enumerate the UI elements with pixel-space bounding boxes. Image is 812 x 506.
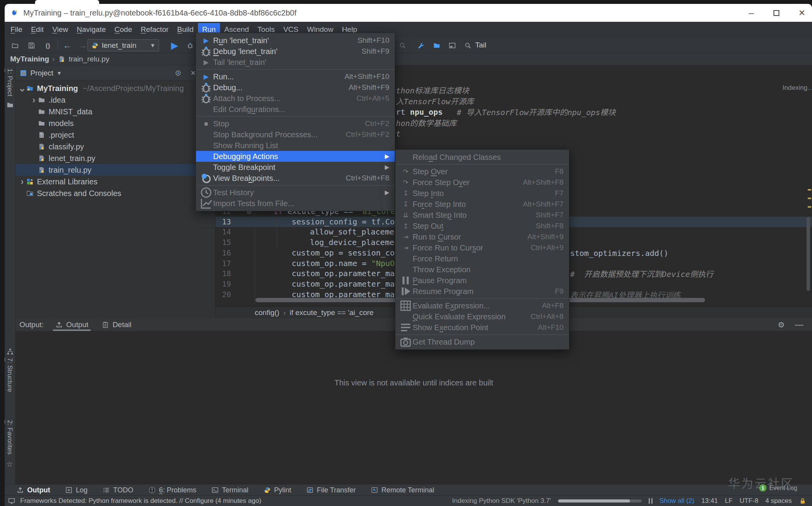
structure-icon[interactable] (6, 348, 14, 355)
tree-item-models[interactable]: models (16, 117, 215, 129)
sidebar-item-structure[interactable]: 7: Structure (6, 358, 14, 392)
gutter-line-number[interactable]: 14 (215, 228, 231, 236)
tab-detail[interactable]: Detail (102, 318, 131, 331)
project-panel-title[interactable]: Project (30, 69, 53, 77)
event-log-widget[interactable]: 1 Event Log (759, 484, 797, 492)
editor-overlay-line-3[interactable]: rt npu_ops # 导入TensorFlow开源库中的npu_ops模块 (396, 107, 616, 117)
hide-panel-icon[interactable]: — (795, 320, 803, 329)
toolwindow-button-output[interactable]: Output (16, 486, 50, 494)
title-bar[interactable]: MyTraining – train_relu.py@notebook-f616… (5, 4, 812, 22)
step-over-icon: ↷ (399, 168, 412, 175)
editor-overlay-line-1[interactable]: thon标准库日志模块 (396, 85, 469, 95)
lock-icon[interactable] (799, 497, 807, 505)
gutter-line-number[interactable]: 18 (215, 269, 231, 278)
gutter-line-number[interactable]: 16 (215, 249, 231, 257)
gutter-line-number[interactable]: 15 (215, 238, 231, 247)
editor-right-line-1[interactable]: stom_optimizers.add() (570, 248, 668, 258)
menu-item-view-breakpoints[interactable]: View Breakpoints...Ctrl+Shift+F8 (196, 173, 395, 184)
sync-icon[interactable]: () (43, 40, 53, 51)
tree-item-classify-py[interactable]: classify.py (16, 141, 215, 152)
pause-indexing-icon[interactable] (649, 498, 653, 504)
menu-item-run-lenet-train[interactable]: ▶Run 'lenet_train'Shift+F10 (196, 35, 395, 46)
open-folder-icon[interactable] (10, 40, 20, 51)
clock-widget[interactable]: 13:41 (701, 497, 718, 505)
breadcrumb-project[interactable]: MyTraining (10, 55, 49, 63)
chevron-down-icon[interactable]: ▼ (56, 70, 62, 76)
indent-widget[interactable]: 4 spaces (765, 497, 792, 505)
toolwindow-button-todo[interactable]: TODO (102, 486, 133, 494)
status-message[interactable]: Frameworks Detected: Python framework is… (20, 497, 261, 505)
menubar-item-file[interactable]: File (6, 23, 27, 36)
folder-icon[interactable] (6, 101, 14, 109)
editor-overlay-line-2[interactable]: 入TensorFlow开源库 (396, 96, 474, 106)
menubar-item-edit[interactable]: Edit (27, 23, 48, 36)
sidebar-item-favorites[interactable]: 2: Favorites (6, 420, 14, 455)
toolwindow-button-6-problems[interactable]: 6: Problems (148, 486, 196, 494)
save-icon[interactable] (26, 40, 37, 51)
collapse-all-icon[interactable]: × (191, 69, 196, 77)
tree-item-label: train_relu.py (49, 166, 91, 175)
toolwindow-button-terminal[interactable]: Terminal (211, 486, 248, 494)
menu-item-debugging-actions[interactable]: Debugging Actions▶ (196, 151, 395, 162)
tree-item-idea[interactable]: ›.idea (16, 94, 215, 106)
tree-item-scratches-and-consoles[interactable]: Scratches and Consoles (16, 187, 215, 199)
toolwindow-button-file-transfer[interactable]: File Transfer (306, 486, 356, 494)
menubar-item-view[interactable]: View (48, 23, 72, 36)
back-icon[interactable]: ← (62, 40, 72, 51)
deploy-folder-icon[interactable] (432, 40, 442, 51)
run-button[interactable]: ▶ (170, 40, 180, 51)
locate-icon[interactable] (174, 69, 182, 77)
tab-output[interactable]: Output (55, 318, 88, 331)
menu-item-label: Get Thread Dump (413, 338, 475, 347)
search-everywhere-icon[interactable] (397, 40, 408, 51)
close-button[interactable]: × (799, 7, 805, 18)
forward-icon[interactable]: → (78, 40, 88, 51)
star-icon[interactable]: ☆ (6, 460, 13, 468)
gear-icon[interactable]: ⚙ (778, 321, 785, 329)
menu-item-debug[interactable]: Debug...Alt+Shift+F9 (196, 82, 395, 93)
toolwindow-button-pylint[interactable]: Pylint (263, 486, 291, 494)
line-separator-widget[interactable]: LF (725, 497, 733, 505)
toolwindow-button-log[interactable]: Log (65, 486, 88, 494)
find-icon[interactable] (463, 40, 473, 51)
breadcrumb-item[interactable]: if excute_type == 'ai_core (290, 308, 374, 317)
tree-item-external-libraries[interactable]: ›External Libraries (16, 176, 215, 187)
run-configuration-select[interactable]: lenet_train ▼ (88, 39, 159, 51)
encoding-widget[interactable]: UTF-8 (740, 497, 758, 505)
editor-overlay-line-4[interactable]: hon的数学基础库 (396, 117, 457, 128)
tree-item-lenet-train-py[interactable]: lenet_train.py (16, 152, 215, 164)
code-segment: custom_op = session_co (292, 248, 395, 257)
menu-item-run[interactable]: ▶Run...Alt+Shift+F10 (196, 71, 395, 82)
vertical-scrollbar[interactable] (807, 217, 810, 291)
tree-item-project[interactable]: .project (16, 129, 215, 141)
menu-item-toggle-breakpoint[interactable]: Toggle Breakpoint▶ (196, 162, 395, 173)
sidebar-item-project[interactable]: 1: Project (6, 68, 14, 96)
tree-item-mytraining[interactable]: ⌄MyTraining~/AscendProjects/MyTraining (16, 82, 215, 94)
menubar-item-navigate[interactable]: Navigate (72, 23, 110, 36)
menu-item-debug-lenet-train[interactable]: Debug 'lenet_train'Shift+F9 (196, 46, 395, 57)
editor-right-line-2[interactable]: # 开启数据预处理下沉到Device侧执行 (570, 268, 713, 279)
gutter-line-number[interactable]: 17 (215, 259, 231, 268)
toolwindow-button-remote-terminal[interactable]: Remote Terminal (371, 486, 434, 494)
debug-button[interactable] (185, 40, 195, 51)
breadcrumb-item[interactable]: config() (255, 308, 279, 317)
show-all-link[interactable]: Show all (2) (660, 497, 695, 505)
tree-item-mnist-data[interactable]: MNIST_data (16, 106, 215, 117)
editor-overlay-line-5[interactable]: t (396, 128, 401, 139)
breadcrumb-file[interactable]: train_relu.py (69, 55, 110, 63)
window-frame-icon[interactable] (447, 40, 457, 51)
menubar-item-code[interactable]: Code (110, 23, 136, 36)
gutter-line-number[interactable]: 20 (215, 290, 231, 299)
menubar-item-build[interactable]: Build (173, 23, 198, 36)
tail-label[interactable]: Tail (475, 41, 486, 49)
tree-item-label: Scratches and Consoles (37, 189, 121, 198)
settings-wrench-icon[interactable] (416, 40, 426, 51)
tree-item-train-relu-py[interactable]: train_relu.py (16, 164, 215, 176)
minimize-button[interactable]: – (749, 8, 754, 18)
code-text: custom_op.parameter_ma (292, 269, 395, 278)
gutter-line-number[interactable]: 19 (215, 280, 231, 288)
monitor-icon[interactable] (8, 497, 16, 505)
maximize-button[interactable] (774, 10, 779, 16)
menubar-item-refactor[interactable]: Refactor (136, 23, 173, 36)
gutter-line-number[interactable]: 13 (215, 217, 231, 226)
